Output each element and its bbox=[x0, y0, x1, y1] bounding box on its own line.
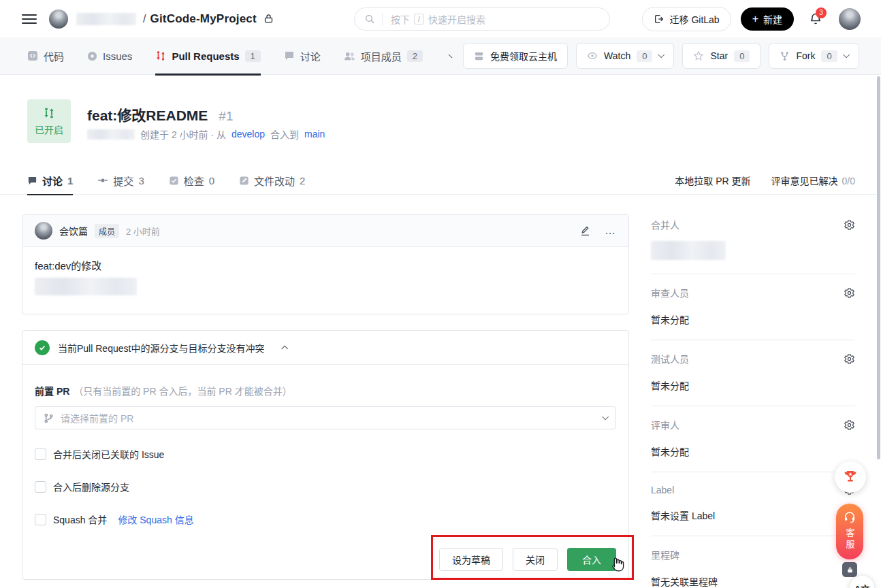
namespace-name-redacted bbox=[76, 13, 136, 25]
tab-issues[interactable]: Issues bbox=[87, 37, 132, 75]
lock-mini-icon bbox=[846, 566, 854, 574]
pr-open-icon bbox=[43, 107, 55, 119]
watch-dropdown-chevron[interactable] bbox=[658, 51, 665, 58]
tab-members[interactable]: 项目成员 2 bbox=[344, 37, 423, 75]
squash-label: Squash 合并 bbox=[53, 512, 107, 526]
member-role-badge: 成员 bbox=[95, 224, 119, 238]
comment-body: feat:dev的修改 bbox=[22, 247, 628, 306]
project-name-link[interactable]: GitCode-MyProject bbox=[150, 12, 256, 26]
reviewers-gear-icon[interactable] bbox=[844, 287, 855, 299]
pr-description-card: 会饮篇 成员 2 小时前 … feat:dev的修改 bbox=[22, 214, 629, 314]
collapse-chevron[interactable] bbox=[282, 346, 289, 353]
fork-icon bbox=[780, 51, 790, 61]
widget-dock-button[interactable] bbox=[842, 562, 857, 577]
headset-icon bbox=[843, 510, 856, 524]
star-button[interactable]: Star 0 bbox=[682, 43, 760, 69]
file-changes-icon bbox=[239, 176, 249, 186]
pr-number: #1 bbox=[219, 109, 233, 124]
new-button[interactable]: + 新建 bbox=[741, 7, 794, 31]
sidebar-section-reviewers: 审查人员 暂未分配 bbox=[651, 274, 855, 340]
sidebar-section-merger: 合并人 bbox=[651, 206, 855, 274]
rewards-trophy-button[interactable] bbox=[835, 461, 866, 493]
edit-pencil-icon[interactable] bbox=[579, 225, 591, 237]
fork-count-badge: 0 bbox=[821, 50, 837, 62]
pull-pr-update-link[interactable]: 本地拉取 PR 更新 bbox=[675, 174, 750, 187]
user-avatar[interactable] bbox=[839, 8, 861, 30]
merge-button[interactable]: 合入 bbox=[567, 548, 616, 571]
chat-icon bbox=[284, 50, 295, 61]
assessors-gear-icon[interactable] bbox=[844, 419, 855, 431]
source-branch-link[interactable]: develop bbox=[231, 129, 265, 140]
plus-icon: + bbox=[752, 14, 758, 24]
sidebar-section-label: Label 暂未设置 Label bbox=[651, 472, 855, 536]
pull-request-icon bbox=[155, 50, 166, 61]
migrate-icon bbox=[654, 14, 664, 24]
select-chevron bbox=[602, 413, 609, 420]
review-resolved[interactable]: 评审意见已解决0/0 bbox=[771, 174, 855, 187]
testers-gear-icon[interactable] bbox=[844, 353, 855, 365]
hamburger-menu-icon[interactable] bbox=[22, 12, 37, 27]
watch-icon bbox=[587, 50, 598, 61]
select-placeholder: 请选择前置的 PR bbox=[61, 411, 133, 425]
tab-code[interactable]: 代码 bbox=[27, 37, 64, 75]
top-navbar: / GitCode-MyProject 按下 / 快速开启搜索 迁移 GitLa… bbox=[0, 0, 881, 37]
checks-icon bbox=[169, 176, 179, 186]
tab-pull-requests[interactable]: Pull Requests 1 bbox=[155, 37, 260, 75]
set-draft-button[interactable]: 设为草稿 bbox=[439, 548, 503, 571]
star-count-badge: 0 bbox=[734, 50, 750, 62]
migrate-gitlab-button[interactable]: 迁移 GitLab bbox=[642, 7, 731, 31]
squash-checkbox[interactable] bbox=[35, 514, 46, 525]
subtab-checks[interactable]: 检查 0 bbox=[169, 167, 214, 195]
branch-icon bbox=[44, 413, 54, 423]
support-label: 客服 bbox=[844, 528, 856, 551]
delete-branch-checkbox[interactable] bbox=[35, 481, 46, 493]
search-placeholder: 按下 / 快速开启搜索 bbox=[391, 12, 485, 26]
fork-dropdown-chevron[interactable] bbox=[843, 51, 850, 58]
discussion-icon bbox=[27, 176, 37, 186]
pr-author-redacted bbox=[87, 129, 135, 140]
free-cloud-host-button[interactable]: 免费领取云主机 bbox=[463, 43, 568, 69]
conflict-status-text: 当前Pull Request中的源分支与目标分支没有冲突 bbox=[58, 341, 264, 355]
tab-discussion[interactable]: 讨论 bbox=[284, 37, 321, 75]
server-icon bbox=[474, 51, 484, 61]
namespace-avatar[interactable] bbox=[49, 10, 68, 29]
private-lock-icon bbox=[263, 14, 274, 24]
target-branch-link[interactable]: main bbox=[304, 129, 325, 140]
review-resolved-ratio: 0/0 bbox=[842, 176, 855, 186]
pr-count-badge: 1 bbox=[245, 50, 261, 62]
prereq-pr-label: 前置 PR bbox=[35, 386, 69, 397]
close-issue-checkbox[interactable] bbox=[35, 448, 46, 460]
subtab-commits[interactable]: 提交 3 bbox=[97, 167, 144, 195]
customer-support-button[interactable]: 客服 bbox=[836, 504, 863, 559]
more-tabs-chevron[interactable] bbox=[449, 54, 453, 58]
no-conflict-check-icon bbox=[35, 340, 50, 355]
breadcrumb-separator: / bbox=[143, 13, 146, 25]
vertical-scrollbar-thumb[interactable] bbox=[877, 76, 880, 459]
subtab-file-changes[interactable]: 文件改动 2 bbox=[239, 167, 305, 195]
search-input[interactable]: 按下 / 快速开启搜索 bbox=[354, 7, 610, 31]
prereq-pr-select[interactable]: 请选择前置的 PR bbox=[35, 406, 616, 429]
close-pr-button[interactable]: 关闭 bbox=[513, 548, 558, 571]
edit-squash-link[interactable]: 修改 Squash 信息 bbox=[118, 512, 193, 526]
repo-tabbar: 代码 Issues Pull Requests 1 讨论 项目成员 2 免费领取… bbox=[0, 37, 881, 75]
merge-panel: 当前Pull Request中的源分支与目标分支没有冲突 前置 PR （只有当前… bbox=[22, 330, 629, 580]
search-divider bbox=[382, 13, 383, 25]
watch-count-badge: 0 bbox=[637, 50, 652, 62]
comment-text: feat:dev的修改 bbox=[35, 258, 616, 272]
comment-header: 会饮篇 成员 2 小时前 … bbox=[22, 215, 628, 247]
more-options-icon[interactable]: … bbox=[605, 225, 616, 237]
fork-button[interactable]: Fork 0 bbox=[769, 43, 859, 69]
comment-author-avatar[interactable] bbox=[35, 222, 52, 240]
pr-subtabs: 讨论 1 提交 3 检查 0 文件改动 2 本地拉取 PR 更新 评审意见已解决… bbox=[0, 167, 881, 195]
sidebar-section-assessors: 评审人 暂未分配 bbox=[651, 406, 855, 472]
merge-status-header: 当前Pull Request中的源分支与目标分支没有冲突 bbox=[22, 331, 628, 365]
members-count-badge: 2 bbox=[407, 50, 423, 62]
merger-gear-icon[interactable] bbox=[844, 219, 855, 231]
subtab-discussion[interactable]: 讨论 1 bbox=[27, 167, 73, 195]
comment-timestamp: 2 小时前 bbox=[126, 225, 160, 238]
notifications-bell[interactable]: 3 bbox=[809, 12, 822, 26]
merger-name-redacted bbox=[651, 241, 726, 260]
comment-author-name[interactable]: 会饮篇 bbox=[59, 224, 88, 238]
notification-count-badge: 3 bbox=[816, 7, 827, 18]
watch-button[interactable]: Watch 0 bbox=[576, 43, 674, 69]
